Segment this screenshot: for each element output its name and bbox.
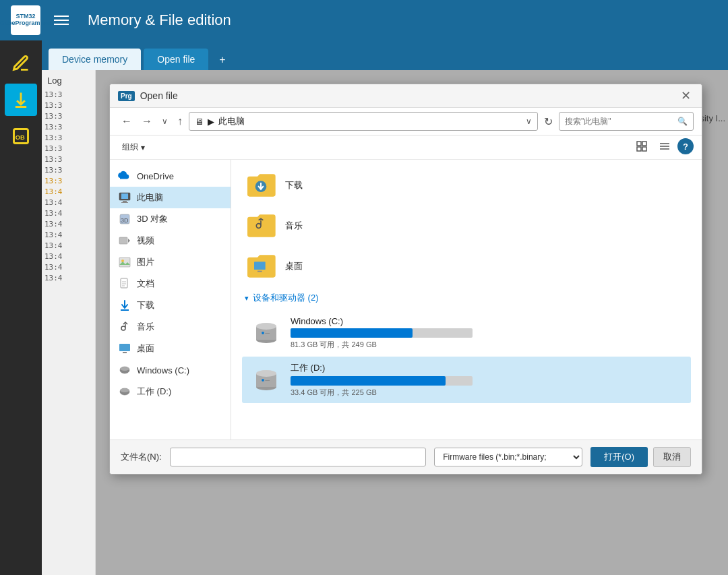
svg-rect-3	[642, 142, 646, 146]
log-line: 13:4	[44, 187, 92, 198]
svg-text:3D: 3D	[121, 217, 129, 224]
logo-area: STM32 CubeProgrammer	[11, 5, 40, 35]
filetype-select[interactable]: Firmware files (*.bin;*.binary;	[434, 448, 582, 466]
sidebar-item-download[interactable]	[5, 84, 37, 116]
nav-item-music[interactable]: 音乐	[110, 316, 231, 338]
drive-d-info: 工作 (D:) 33.4 GB 可用，共 225 GB	[291, 362, 683, 398]
tab-open-file[interactable]: Open file	[144, 49, 208, 70]
path-icon: 🖥	[195, 117, 204, 127]
nav-item-label: 工作 (D:)	[137, 386, 171, 398]
log-area: Log 13:3 13:3 13:3 13:3 13:3 13:3 13:3 1…	[42, 70, 728, 575]
dialog-app-icon: Prg	[118, 91, 135, 101]
tab-device-memory[interactable]: Device memory	[49, 49, 141, 70]
open-button[interactable]: 打开(O)	[590, 447, 648, 467]
forward-button[interactable]: →	[138, 113, 156, 129]
cancel-button[interactable]: 取消	[653, 447, 691, 467]
nav-item-downloads[interactable]: 下载	[110, 295, 231, 316]
svg-rect-42	[265, 380, 270, 381]
dialog-toolbar: ← → ∨ ↑ 🖥 ▶ 此电脑 ∨ ↻ 🔍	[110, 108, 702, 135]
sidebar-item-edit[interactable]	[5, 47, 37, 80]
help-button[interactable]: ?	[677, 138, 694, 154]
path-bar[interactable]: 🖥 ▶ 此电脑 ∨	[189, 112, 538, 131]
view-details-button[interactable]	[655, 138, 675, 156]
file-pane: 下载 音乐	[231, 160, 702, 440]
section-chevron: ▾	[245, 294, 249, 303]
search-icon: 🔍	[677, 117, 688, 126]
log-line: 13:3	[44, 111, 92, 122]
nav-item-image[interactable]: 图片	[110, 251, 231, 273]
organize-label: 组织	[122, 142, 138, 153]
folder-desktop[interactable]: 桌面	[237, 246, 696, 286]
svg-rect-17	[119, 258, 130, 267]
svg-rect-4	[637, 147, 641, 151]
filename-input[interactable]	[170, 448, 427, 466]
svg-rect-25	[123, 352, 127, 353]
svg-point-27	[120, 367, 129, 371]
devices-section-header[interactable]: ▾ 设备和驱动器 (2)	[237, 286, 696, 309]
section-label: 设备和驱动器 (2)	[253, 292, 319, 304]
dialog-titlebar: Prg Open file ✕	[110, 84, 702, 108]
path-dropdown[interactable]: ∨	[526, 117, 532, 126]
nav-item-onedrive[interactable]: OneDrive	[110, 165, 231, 187]
log-line: 13:4	[44, 251, 92, 262]
svg-point-29	[120, 388, 129, 392]
svg-rect-10	[121, 193, 128, 199]
svg-point-40	[256, 370, 276, 377]
svg-point-35	[256, 323, 276, 330]
nav-item-thispc[interactable]: 此电脑	[110, 187, 231, 208]
drive-c-item[interactable]: Windows (C:) 81.3 GB 可用，共 249 GB	[242, 311, 691, 355]
svg-rect-19	[121, 278, 127, 288]
nav-item-label: 此电脑	[137, 191, 163, 204]
drive-d-bar-bg	[291, 376, 473, 386]
drive-d-item[interactable]: 工作 (D:) 33.4 GB 可用，共 225 GB	[242, 357, 691, 403]
log-line: 13:3	[44, 90, 92, 100]
log-line: 13:3	[44, 100, 92, 111]
dialog-close-button[interactable]: ✕	[678, 88, 694, 103]
nav-item-label: OneDrive	[137, 171, 174, 181]
log-line: 13:3	[44, 122, 92, 133]
sidebar-item-ob[interactable]: OB	[5, 120, 37, 152]
nav-item-desktop[interactable]: 桌面	[110, 338, 231, 359]
main-content: Device memory Open file + Log 13:3 13:3 …	[42, 40, 728, 575]
svg-marker-16	[128, 239, 130, 243]
nav-item-label: 3D 对象	[137, 213, 168, 225]
svg-rect-36	[262, 332, 264, 334]
folder-download[interactable]: 下载	[237, 165, 696, 206]
log-line: 13:4	[44, 262, 92, 273]
svg-text:OB: OB	[16, 134, 25, 141]
up-button[interactable]: ↑	[174, 113, 186, 129]
svg-rect-2	[637, 142, 641, 146]
folder-name: 下载	[285, 179, 303, 191]
organize-button[interactable]: 组织 ▾	[118, 140, 149, 155]
nav-item-label: 文档	[137, 278, 154, 290]
header-bar: STM32 CubeProgrammer Memory & File editi…	[0, 0, 728, 40]
nav-item-documents[interactable]: 文档	[110, 273, 231, 295]
svg-rect-12	[121, 202, 128, 203]
nav-item-drive-c[interactable]: Windows (C:)	[110, 359, 231, 381]
nav-item-video[interactable]: 视频	[110, 230, 231, 251]
nav-item-3d[interactable]: 3D 3D 对象	[110, 208, 231, 230]
nav-item-label: 桌面	[137, 342, 154, 355]
drive-c-info: Windows (C:) 81.3 GB 可用，共 249 GB	[291, 316, 683, 350]
dropdown-button[interactable]: ∨	[158, 115, 171, 128]
log-line: 13:3	[44, 154, 92, 165]
search-input[interactable]	[565, 117, 675, 126]
folder-music[interactable]: 音乐	[237, 206, 696, 246]
app-logo: STM32 CubeProgrammer	[11, 5, 40, 35]
drive-c-name: Windows (C:)	[291, 316, 683, 326]
nav-pane: OneDrive 此电脑	[110, 160, 231, 440]
nav-item-drive-d[interactable]: 工作 (D:)	[110, 381, 231, 402]
nav-item-label: 下载	[137, 299, 154, 311]
back-button[interactable]: ←	[118, 113, 135, 129]
tab-bar: Device memory Open file +	[42, 40, 728, 70]
drive-c-bar-fill	[291, 328, 413, 338]
log-line: 13:4	[44, 273, 92, 284]
refresh-button[interactable]: ↻	[541, 113, 556, 130]
svg-rect-37	[265, 333, 270, 334]
tab-add[interactable]: +	[211, 50, 233, 70]
dialog-body: OneDrive 此电脑	[110, 160, 702, 440]
view-toggle-button[interactable]	[632, 138, 652, 156]
log-lines: 13:3 13:3 13:3 13:3 13:3 13:3 13:3 13:3 …	[42, 88, 95, 575]
svg-rect-41	[262, 379, 264, 381]
hamburger-button[interactable]	[51, 13, 71, 28]
